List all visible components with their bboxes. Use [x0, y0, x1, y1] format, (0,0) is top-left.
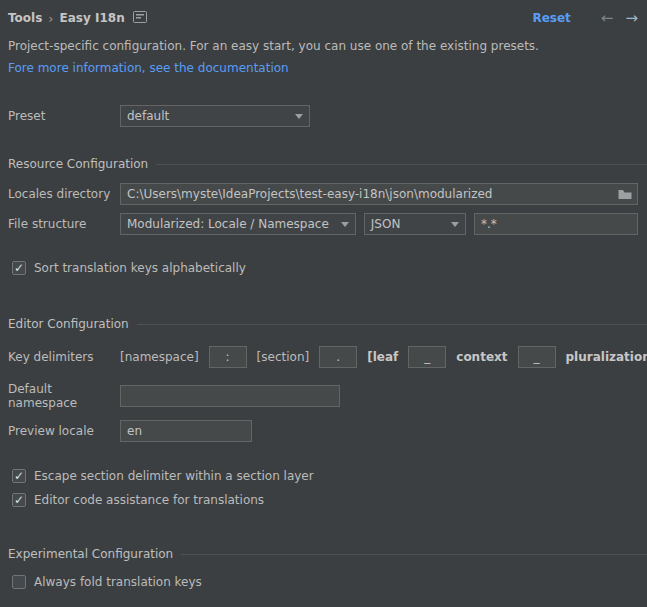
section-divider [156, 164, 647, 165]
context-delimiter-input[interactable] [408, 346, 446, 368]
preset-dropdown-value: default [121, 109, 289, 123]
fold-keys-checkbox-row[interactable]: Always fold translation keys [0, 575, 647, 589]
fold-keys-checkbox-label: Always fold translation keys [34, 575, 202, 589]
plural-delimiter-input[interactable] [518, 346, 556, 368]
context-token: context [456, 350, 507, 364]
default-namespace-row: Default namespace [0, 382, 647, 410]
editor-section-header: Editor Configuration [0, 317, 647, 331]
preview-locale-row: Preview locale [0, 420, 647, 442]
key-delimiters-row: Key delimiters [namespace] [section] [le… [0, 346, 647, 368]
forward-arrow-icon[interactable]: → [625, 9, 638, 27]
escape-delimiter-checkbox-row[interactable]: Escape section delimiter within a sectio… [0, 469, 647, 483]
default-namespace-input[interactable] [120, 385, 340, 407]
default-namespace-label: Default namespace [8, 382, 120, 410]
key-delimiters-controls: [namespace] [section] [leaf context plur… [120, 346, 647, 368]
locales-directory-row: Locales directory [0, 183, 647, 205]
breadcrumb-separator-icon: › [48, 11, 53, 26]
file-structure-row: File structure Modularized: Locale / Nam… [0, 213, 647, 235]
breadcrumb-tools[interactable]: Tools [8, 11, 42, 25]
locales-directory-label: Locales directory [8, 187, 120, 201]
reset-button[interactable]: Reset [532, 11, 570, 25]
experimental-section-title: Experimental Configuration [8, 547, 173, 561]
resource-section-header: Resource Configuration [0, 157, 647, 171]
folder-browse-icon[interactable] [616, 186, 634, 202]
key-delimiters-label: Key delimiters [8, 350, 120, 364]
resource-section-title: Resource Configuration [8, 157, 148, 171]
sort-keys-checkbox-label: Sort translation keys alphabetically [34, 261, 246, 275]
section-token: [section] [257, 350, 310, 364]
editor-section-title: Editor Configuration [8, 317, 129, 331]
namespace-token: [namespace] [120, 350, 199, 364]
pluralization-token: pluralization] [566, 350, 647, 364]
description-text: Project-specific configuration. For an e… [0, 39, 647, 53]
documentation-link[interactable]: Fore more information, see the documenta… [8, 61, 289, 75]
section-divider [181, 554, 647, 555]
file-pattern-input[interactable] [474, 213, 638, 235]
preset-dropdown[interactable]: default [120, 105, 310, 127]
code-assistance-checkbox-row[interactable]: Editor code assistance for translations [0, 493, 647, 507]
chevron-down-icon [335, 214, 355, 234]
show-in-editor-icon[interactable] [133, 11, 147, 26]
section-divider [137, 324, 647, 325]
checkbox-unchecked-icon[interactable] [12, 575, 26, 589]
file-structure-dropdown-value: Modularized: Locale / Namespace [121, 217, 335, 231]
parser-dropdown[interactable]: JSON [364, 213, 466, 235]
checkbox-checked-icon[interactable] [12, 469, 26, 483]
experimental-section-header: Experimental Configuration [0, 547, 647, 561]
locales-directory-input[interactable] [120, 183, 638, 205]
preset-row: Preset default [0, 105, 647, 127]
breadcrumb-page-title: Easy I18n [60, 11, 125, 25]
settings-header: Tools › Easy I18n Reset ← → [0, 0, 647, 27]
escape-delimiter-checkbox-label: Escape section delimiter within a sectio… [34, 469, 314, 483]
file-structure-dropdown[interactable]: Modularized: Locale / Namespace [120, 213, 356, 235]
leaf-token: [leaf [367, 350, 398, 364]
back-arrow-icon[interactable]: ← [601, 9, 614, 27]
chevron-down-icon [445, 214, 465, 234]
code-assistance-checkbox-label: Editor code assistance for translations [34, 493, 264, 507]
locales-directory-field-wrap [120, 183, 638, 205]
parser-dropdown-value: JSON [365, 217, 445, 231]
preset-label: Preset [8, 109, 120, 123]
checkbox-checked-icon[interactable] [12, 493, 26, 507]
file-structure-label: File structure [8, 217, 120, 231]
sort-keys-checkbox-row[interactable]: Sort translation keys alphabetically [0, 261, 647, 275]
checkbox-checked-icon[interactable] [12, 261, 26, 275]
preview-locale-input[interactable] [120, 420, 252, 442]
preview-locale-label: Preview locale [8, 424, 120, 438]
namespace-delimiter-input[interactable] [209, 346, 247, 368]
section-delimiter-input[interactable] [319, 346, 357, 368]
chevron-down-icon [289, 106, 309, 126]
